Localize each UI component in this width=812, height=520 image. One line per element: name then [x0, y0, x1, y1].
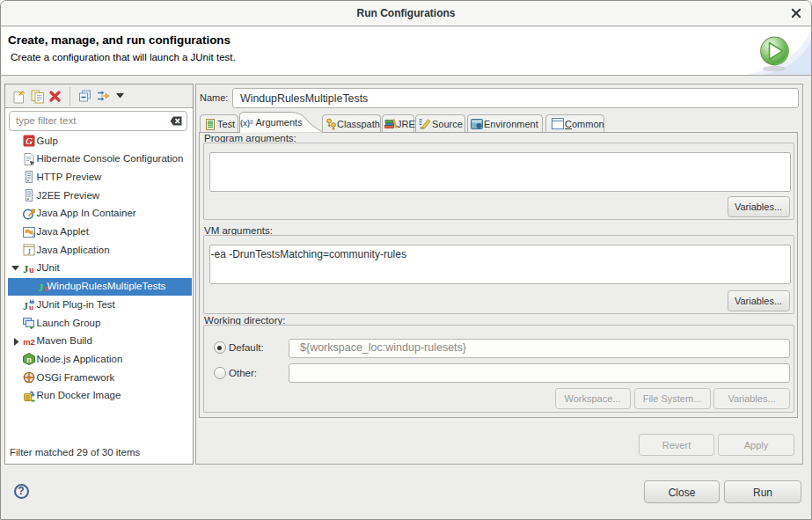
svg-text:(x): (x) — [240, 118, 250, 127]
svg-text:u: u — [29, 264, 34, 274]
svg-text:J: J — [38, 281, 44, 293]
svg-text:n: n — [26, 355, 32, 364]
svg-text:J: J — [23, 300, 28, 311]
svg-text:J: J — [27, 247, 31, 256]
svg-text:J: J — [33, 231, 35, 238]
svg-text:G: G — [26, 135, 33, 146]
svg-text:u: u — [29, 303, 33, 311]
svg-text:J: J — [23, 262, 29, 275]
svg-text:m2: m2 — [23, 337, 35, 347]
